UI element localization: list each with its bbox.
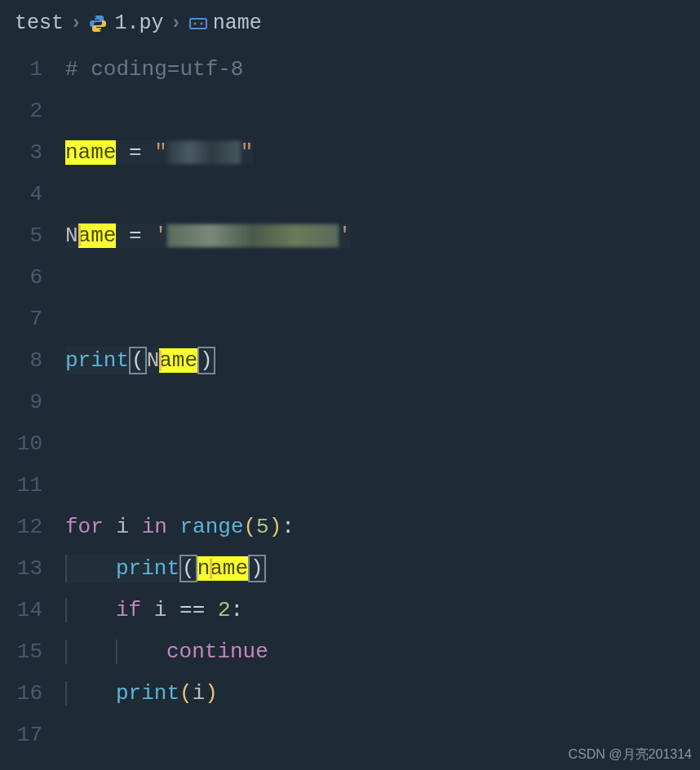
line-number: 14	[0, 598, 65, 622]
code-editor[interactable]: 1 # coding=utf-8 2 3 name = "" 4 5 Name …	[0, 43, 700, 755]
indent-guide	[65, 639, 67, 664]
code-line: 2	[0, 90, 700, 131]
code-line: 6	[0, 256, 700, 298]
breadcrumb-folder[interactable]: test	[15, 11, 64, 35]
code-line: 4	[0, 173, 700, 215]
code-line: 7	[0, 298, 700, 339]
breadcrumb-file[interactable]: 1.py	[114, 11, 163, 35]
code-line: 16 print(i)	[0, 672, 700, 714]
comment: # coding=utf-8	[65, 57, 243, 82]
symbol-variable-icon	[188, 15, 208, 32]
variable: Name	[65, 223, 116, 248]
line-number: 16	[0, 681, 65, 706]
censored-text	[167, 224, 339, 247]
svg-rect-2	[190, 19, 206, 29]
code-line: 1 # coding=utf-8	[0, 48, 700, 90]
python-file-icon	[88, 14, 108, 33]
indent-guide	[65, 598, 67, 622]
code-line: 8 print(Name)	[0, 339, 700, 381]
code-line: 5 Name = ''	[0, 215, 700, 256]
code-line: 12 for i in range(5):	[0, 506, 700, 547]
line-number: 6	[0, 265, 65, 290]
breadcrumb-symbol[interactable]: name	[213, 11, 262, 35]
line-number: 12	[0, 515, 65, 539]
line-number: 5	[0, 223, 65, 248]
line-number: 4	[0, 182, 65, 206]
line-number: 9	[0, 390, 65, 414]
indent-guide	[116, 639, 117, 664]
code-line: 9	[0, 381, 700, 423]
code-line: 10	[0, 423, 700, 464]
builtin-fn: print	[65, 348, 129, 373]
line-number: 7	[0, 307, 65, 331]
chevron-right-icon: ›	[70, 12, 82, 34]
indent-guide	[65, 681, 67, 706]
breadcrumb[interactable]: test › 1.py › name	[0, 0, 700, 43]
line-number: 2	[0, 99, 65, 123]
line-number: 11	[0, 473, 65, 498]
line-number: 10	[0, 431, 65, 456]
code-line: 14 if i == 2:	[0, 589, 700, 631]
svg-point-3	[193, 22, 196, 24]
code-line: 13 print(name)	[0, 547, 700, 589]
censored-text	[167, 141, 241, 164]
watermark: CSDN @月亮201314	[569, 746, 692, 763]
line-number: 8	[0, 348, 65, 373]
line-number: 17	[0, 723, 65, 747]
line-number: 15	[0, 639, 65, 664]
code-line: 11	[0, 464, 700, 506]
line-number: 1	[0, 57, 65, 82]
code-line: 15 continue	[0, 631, 700, 672]
code-line: 3 name = ""	[0, 131, 700, 173]
search-match: name	[197, 556, 248, 581]
indent-guide	[65, 555, 67, 582]
chevron-right-icon: ›	[170, 12, 181, 34]
search-match: name	[65, 140, 116, 165]
svg-point-4	[200, 22, 202, 24]
svg-point-1	[100, 29, 101, 30]
line-number: 3	[0, 140, 65, 165]
svg-point-0	[95, 16, 96, 18]
line-number: 13	[0, 556, 65, 581]
